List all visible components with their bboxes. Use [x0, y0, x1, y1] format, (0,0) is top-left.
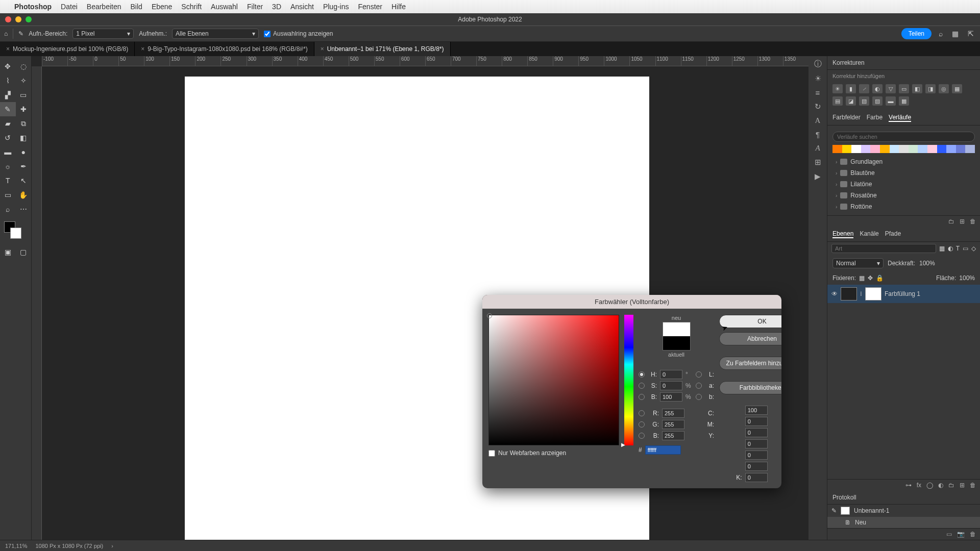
- r-input[interactable]: [662, 409, 684, 418]
- levels-icon[interactable]: ▮: [846, 84, 856, 93]
- layer-name[interactable]: Farbfüllung 1: [885, 290, 920, 297]
- menu-filter[interactable]: Filter: [247, 3, 263, 11]
- menubar-app[interactable]: Photoshop: [14, 3, 52, 11]
- traffic-lights[interactable]: [5, 16, 32, 22]
- menu-ebene[interactable]: Ebene: [152, 3, 172, 11]
- tab-pfade[interactable]: Pfade: [885, 230, 901, 238]
- photo-filter-icon[interactable]: ◎: [939, 84, 949, 93]
- create-document-icon[interactable]: ▭: [946, 531, 952, 538]
- layer-thumb-icon[interactable]: [841, 287, 857, 300]
- close-icon[interactable]: [5, 16, 11, 22]
- r-radio[interactable]: [639, 410, 645, 416]
- sample-size-select[interactable]: 1 Pixel▾: [72, 29, 134, 39]
- layer-farbfullung[interactable]: 👁 ⁞ Farbfüllung 1: [827, 285, 980, 303]
- opacity-value[interactable]: 100%: [919, 260, 935, 267]
- tree-item[interactable]: ›Blautöne: [832, 167, 975, 179]
- zoom-tool-icon[interactable]: ⌕: [0, 202, 16, 216]
- lock-all-icon[interactable]: 🔒: [876, 274, 884, 282]
- close-icon[interactable]: ×: [141, 45, 144, 53]
- tab-farbe[interactable]: Farbe: [867, 114, 883, 122]
- link-layers-icon[interactable]: ⊶: [905, 482, 912, 489]
- paragraph-icon[interactable]: ¶: [816, 130, 820, 139]
- history-brush-icon[interactable]: ↺: [0, 131, 16, 145]
- fx-icon[interactable]: fx: [917, 482, 921, 489]
- curves-icon[interactable]: ⟋: [859, 84, 869, 93]
- eyedropper-tool-icon[interactable]: ✎: [18, 30, 23, 37]
- g-input[interactable]: [662, 420, 684, 429]
- close-icon[interactable]: ×: [6, 45, 10, 53]
- trash-icon[interactable]: 🗑: [970, 218, 976, 225]
- gradient-tool-icon[interactable]: ▬: [0, 145, 16, 159]
- workspace-icon[interactable]: ▦: [950, 30, 961, 38]
- tab-mockup[interactable]: ×Mockup-Ingenieure.psd bei 100% (RGB/8): [0, 42, 135, 56]
- link-icon[interactable]: ⁞: [860, 290, 862, 297]
- tab-ebenen[interactable]: Ebenen: [832, 230, 853, 238]
- properties-icon[interactable]: ⓘ: [814, 59, 822, 69]
- channel-mixer-icon[interactable]: ▦: [952, 84, 962, 93]
- history-snapshot[interactable]: ✎ Unbenannt-1: [827, 505, 980, 517]
- posterize-icon[interactable]: ▧: [859, 96, 869, 106]
- lock-pixels-icon[interactable]: ▦: [859, 274, 865, 282]
- fullscreen-icon[interactable]: [26, 16, 32, 22]
- sv-cursor-icon[interactable]: [487, 313, 492, 318]
- tab-verlaufe[interactable]: Verläufe: [889, 114, 911, 122]
- filter-shape-icon[interactable]: ▭: [963, 245, 968, 252]
- home-icon[interactable]: ⌂: [4, 30, 8, 37]
- hue-marker-icon[interactable]: ▶: [621, 442, 625, 447]
- vibrance-icon[interactable]: ▽: [886, 84, 896, 93]
- hex-input[interactable]: [645, 445, 681, 455]
- k-input[interactable]: [745, 473, 768, 482]
- snapshot-icon[interactable]: 📷: [957, 531, 965, 538]
- eraser-tool-icon[interactable]: ◧: [16, 131, 32, 145]
- tree-item[interactable]: ›Rosatöne: [832, 190, 975, 201]
- options-icon[interactable]: ≡: [816, 88, 820, 97]
- heal-tool-icon[interactable]: ✚: [16, 102, 32, 116]
- new-icon[interactable]: ⊞: [960, 218, 965, 225]
- marquee-tool-icon[interactable]: ◌: [16, 59, 32, 73]
- web-colors-only-check[interactable]: Nur Webfarben anzeigen: [488, 449, 619, 457]
- export-icon[interactable]: ⇱: [966, 30, 976, 38]
- current-color-swatch[interactable]: [663, 336, 690, 350]
- lookup-icon[interactable]: ▤: [832, 96, 843, 106]
- layer-mask-icon[interactable]: [865, 287, 881, 300]
- gradient-presets[interactable]: [832, 145, 975, 153]
- lasso-tool-icon[interactable]: ⌇: [0, 73, 16, 88]
- cancel-button[interactable]: Abbrechen: [719, 332, 781, 345]
- mask-icon[interactable]: ◯: [926, 482, 933, 489]
- brush-icon[interactable]: ✎: [831, 507, 837, 514]
- dodge-tool-icon[interactable]: ☼: [0, 159, 16, 173]
- type-tool-icon[interactable]: T: [0, 173, 16, 188]
- path-select-icon[interactable]: ↖: [16, 173, 32, 188]
- menu-bearbeiten[interactable]: Bearbeiten: [87, 3, 121, 11]
- play-icon[interactable]: ▶: [815, 172, 821, 181]
- delete-layer-icon[interactable]: 🗑: [970, 482, 976, 489]
- filter-type-icon[interactable]: T: [956, 245, 960, 252]
- lab-b-input[interactable]: [745, 428, 768, 437]
- fill-value[interactable]: 100%: [959, 274, 975, 282]
- minimize-icon[interactable]: [15, 16, 21, 22]
- eyedropper-tool-icon[interactable]: ✎: [0, 102, 16, 116]
- menu-datei[interactable]: Datei: [61, 3, 78, 11]
- character-icon[interactable]: A: [815, 144, 820, 153]
- h-radio[interactable]: [639, 371, 645, 378]
- menu-3d[interactable]: 3D: [272, 3, 281, 11]
- filter-smart-icon[interactable]: ◇: [971, 245, 976, 252]
- stamp-tool-icon[interactable]: ⧉: [16, 116, 32, 131]
- glyphs-icon[interactable]: ⊞: [815, 158, 821, 167]
- tab-farbfelder[interactable]: Farbfelder: [832, 114, 861, 122]
- new-layer-icon[interactable]: ⊞: [960, 482, 965, 489]
- hue-icon[interactable]: ▭: [899, 84, 909, 93]
- saturation-value-field[interactable]: [488, 315, 619, 445]
- hand-tool-icon[interactable]: ✋: [16, 188, 32, 202]
- blend-mode-select[interactable]: Normal▾: [832, 258, 884, 268]
- more-tools-icon[interactable]: ⋯: [16, 202, 32, 216]
- macos-menubar[interactable]: Photoshop Datei Bearbeiten Bild Ebene Sc…: [0, 0, 980, 13]
- group-icon[interactable]: 🗀: [948, 482, 954, 489]
- type-panel-icon[interactable]: A: [815, 116, 821, 125]
- search-icon[interactable]: ⌕: [937, 30, 945, 38]
- menu-auswahl[interactable]: Auswahl: [211, 3, 238, 11]
- share-button[interactable]: Teilen: [901, 28, 932, 39]
- tab-kanale[interactable]: Kanäle: [860, 230, 878, 238]
- menu-bild[interactable]: Bild: [131, 3, 142, 11]
- chevron-right-icon[interactable]: ›: [111, 543, 113, 549]
